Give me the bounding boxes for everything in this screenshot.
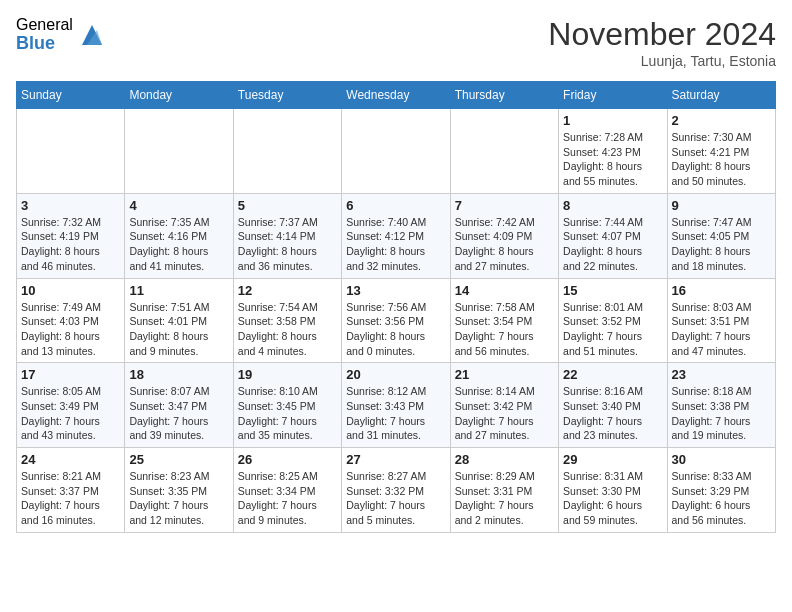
day-number: 13 [346,283,445,298]
day-number: 17 [21,367,120,382]
day-number: 10 [21,283,120,298]
weekday-header: Wednesday [342,82,450,109]
calendar-week-row: 24Sunrise: 8:21 AM Sunset: 3:37 PM Dayli… [17,448,776,533]
day-number: 24 [21,452,120,467]
day-info: Sunrise: 8:07 AM Sunset: 3:47 PM Dayligh… [129,384,228,443]
calendar-cell: 20Sunrise: 8:12 AM Sunset: 3:43 PM Dayli… [342,363,450,448]
day-number: 7 [455,198,554,213]
calendar-cell: 21Sunrise: 8:14 AM Sunset: 3:42 PM Dayli… [450,363,558,448]
day-info: Sunrise: 7:37 AM Sunset: 4:14 PM Dayligh… [238,215,337,274]
calendar-week-row: 10Sunrise: 7:49 AM Sunset: 4:03 PM Dayli… [17,278,776,363]
logo-icon [77,20,107,50]
calendar-cell: 27Sunrise: 8:27 AM Sunset: 3:32 PM Dayli… [342,448,450,533]
calendar-cell: 6Sunrise: 7:40 AM Sunset: 4:12 PM Daylig… [342,193,450,278]
day-info: Sunrise: 7:49 AM Sunset: 4:03 PM Dayligh… [21,300,120,359]
day-number: 5 [238,198,337,213]
day-info: Sunrise: 8:23 AM Sunset: 3:35 PM Dayligh… [129,469,228,528]
day-number: 1 [563,113,662,128]
calendar-cell: 1Sunrise: 7:28 AM Sunset: 4:23 PM Daylig… [559,109,667,194]
calendar-header-row: SundayMondayTuesdayWednesdayThursdayFrid… [17,82,776,109]
calendar-cell: 17Sunrise: 8:05 AM Sunset: 3:49 PM Dayli… [17,363,125,448]
weekday-header: Thursday [450,82,558,109]
title-block: November 2024 Luunja, Tartu, Estonia [548,16,776,69]
calendar-cell [17,109,125,194]
logo: General Blue [16,16,107,53]
day-number: 29 [563,452,662,467]
weekday-header: Friday [559,82,667,109]
day-info: Sunrise: 8:27 AM Sunset: 3:32 PM Dayligh… [346,469,445,528]
calendar-cell: 22Sunrise: 8:16 AM Sunset: 3:40 PM Dayli… [559,363,667,448]
calendar-cell: 13Sunrise: 7:56 AM Sunset: 3:56 PM Dayli… [342,278,450,363]
calendar-cell: 24Sunrise: 8:21 AM Sunset: 3:37 PM Dayli… [17,448,125,533]
day-info: Sunrise: 8:25 AM Sunset: 3:34 PM Dayligh… [238,469,337,528]
day-info: Sunrise: 8:01 AM Sunset: 3:52 PM Dayligh… [563,300,662,359]
calendar-week-row: 1Sunrise: 7:28 AM Sunset: 4:23 PM Daylig… [17,109,776,194]
day-info: Sunrise: 8:10 AM Sunset: 3:45 PM Dayligh… [238,384,337,443]
calendar-table: SundayMondayTuesdayWednesdayThursdayFrid… [16,81,776,533]
calendar-cell: 15Sunrise: 8:01 AM Sunset: 3:52 PM Dayli… [559,278,667,363]
calendar-cell [450,109,558,194]
day-info: Sunrise: 7:47 AM Sunset: 4:05 PM Dayligh… [672,215,771,274]
day-info: Sunrise: 7:28 AM Sunset: 4:23 PM Dayligh… [563,130,662,189]
weekday-header: Monday [125,82,233,109]
day-info: Sunrise: 8:31 AM Sunset: 3:30 PM Dayligh… [563,469,662,528]
calendar-cell: 30Sunrise: 8:33 AM Sunset: 3:29 PM Dayli… [667,448,775,533]
day-number: 22 [563,367,662,382]
day-info: Sunrise: 7:32 AM Sunset: 4:19 PM Dayligh… [21,215,120,274]
day-number: 26 [238,452,337,467]
day-number: 6 [346,198,445,213]
calendar-cell: 23Sunrise: 8:18 AM Sunset: 3:38 PM Dayli… [667,363,775,448]
calendar-cell: 5Sunrise: 7:37 AM Sunset: 4:14 PM Daylig… [233,193,341,278]
calendar-cell: 3Sunrise: 7:32 AM Sunset: 4:19 PM Daylig… [17,193,125,278]
day-info: Sunrise: 7:56 AM Sunset: 3:56 PM Dayligh… [346,300,445,359]
day-info: Sunrise: 8:05 AM Sunset: 3:49 PM Dayligh… [21,384,120,443]
calendar-week-row: 17Sunrise: 8:05 AM Sunset: 3:49 PM Dayli… [17,363,776,448]
calendar-cell: 18Sunrise: 8:07 AM Sunset: 3:47 PM Dayli… [125,363,233,448]
day-number: 15 [563,283,662,298]
day-info: Sunrise: 7:51 AM Sunset: 4:01 PM Dayligh… [129,300,228,359]
day-number: 16 [672,283,771,298]
day-number: 25 [129,452,228,467]
weekday-header: Saturday [667,82,775,109]
day-info: Sunrise: 8:14 AM Sunset: 3:42 PM Dayligh… [455,384,554,443]
month-title: November 2024 [548,16,776,53]
weekday-header: Tuesday [233,82,341,109]
day-info: Sunrise: 7:42 AM Sunset: 4:09 PM Dayligh… [455,215,554,274]
day-info: Sunrise: 7:35 AM Sunset: 4:16 PM Dayligh… [129,215,228,274]
day-number: 11 [129,283,228,298]
day-info: Sunrise: 8:12 AM Sunset: 3:43 PM Dayligh… [346,384,445,443]
day-number: 23 [672,367,771,382]
weekday-header: Sunday [17,82,125,109]
day-info: Sunrise: 8:21 AM Sunset: 3:37 PM Dayligh… [21,469,120,528]
day-number: 4 [129,198,228,213]
day-number: 28 [455,452,554,467]
calendar-cell: 16Sunrise: 8:03 AM Sunset: 3:51 PM Dayli… [667,278,775,363]
day-number: 8 [563,198,662,213]
day-number: 14 [455,283,554,298]
page-header: General Blue November 2024 Luunja, Tartu… [16,16,776,69]
calendar-cell: 7Sunrise: 7:42 AM Sunset: 4:09 PM Daylig… [450,193,558,278]
calendar-cell: 25Sunrise: 8:23 AM Sunset: 3:35 PM Dayli… [125,448,233,533]
day-info: Sunrise: 8:33 AM Sunset: 3:29 PM Dayligh… [672,469,771,528]
day-number: 12 [238,283,337,298]
day-number: 21 [455,367,554,382]
calendar-cell: 26Sunrise: 8:25 AM Sunset: 3:34 PM Dayli… [233,448,341,533]
calendar-cell [233,109,341,194]
calendar-week-row: 3Sunrise: 7:32 AM Sunset: 4:19 PM Daylig… [17,193,776,278]
calendar-cell: 10Sunrise: 7:49 AM Sunset: 4:03 PM Dayli… [17,278,125,363]
calendar-cell: 8Sunrise: 7:44 AM Sunset: 4:07 PM Daylig… [559,193,667,278]
day-number: 3 [21,198,120,213]
day-number: 9 [672,198,771,213]
calendar-cell: 14Sunrise: 7:58 AM Sunset: 3:54 PM Dayli… [450,278,558,363]
day-number: 18 [129,367,228,382]
logo-text: General Blue [16,16,73,53]
day-info: Sunrise: 8:16 AM Sunset: 3:40 PM Dayligh… [563,384,662,443]
calendar-cell [125,109,233,194]
logo-general: General [16,16,73,34]
day-info: Sunrise: 7:30 AM Sunset: 4:21 PM Dayligh… [672,130,771,189]
day-info: Sunrise: 8:18 AM Sunset: 3:38 PM Dayligh… [672,384,771,443]
calendar-cell: 19Sunrise: 8:10 AM Sunset: 3:45 PM Dayli… [233,363,341,448]
calendar-cell: 2Sunrise: 7:30 AM Sunset: 4:21 PM Daylig… [667,109,775,194]
day-number: 19 [238,367,337,382]
location-subtitle: Luunja, Tartu, Estonia [548,53,776,69]
